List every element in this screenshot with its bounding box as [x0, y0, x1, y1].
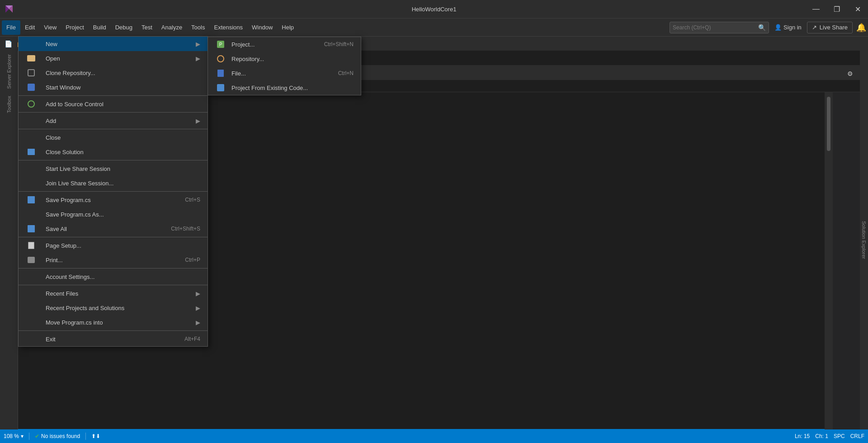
status-zoom[interactable]: 108 % ▾ [4, 433, 24, 439]
menu-window[interactable]: Window [247, 20, 277, 35]
maximize-button[interactable]: ❐ [826, 0, 847, 18]
new-project-from-code-item[interactable]: Project From Existing Code... [208, 80, 361, 95]
file-live-share-label: Start Live Share Session [46, 165, 110, 172]
server-explorer-label[interactable]: Server Explorer [6, 51, 12, 92]
project-icon: P [212, 41, 229, 48]
sep-8 [19, 285, 208, 285]
file-move-program-item[interactable]: Move Program.cs into ▶ [19, 315, 208, 330]
file-close-label: Close [46, 134, 61, 141]
file-close-item[interactable]: Close [19, 130, 208, 145]
menu-extensions[interactable]: Extensions [209, 20, 247, 35]
scrollbar-thumb[interactable] [827, 97, 830, 151]
menu-debug[interactable]: Debug [111, 20, 137, 35]
live-share-button[interactable]: ↗ Live Share [807, 22, 853, 33]
file-recent-projects-item[interactable]: Recent Projects and Solutions ▶ [19, 301, 208, 315]
file-live-share-item[interactable]: Start Live Share Session [19, 161, 208, 176]
new-project-item[interactable]: P Project... Ctrl+Shift+N [208, 37, 361, 52]
zoom-label: 108 % [4, 433, 19, 439]
file-account-settings-item[interactable]: Account Settings... [19, 269, 208, 284]
file-close-solution-item[interactable]: Close Solution [19, 145, 208, 159]
menu-file[interactable]: File [2, 20, 20, 35]
new-file-toolbar-btn[interactable]: 📄 [2, 38, 14, 50]
new-project-label: Project... [231, 41, 255, 48]
menu-tools[interactable]: Tools [187, 20, 209, 35]
minimize-button[interactable]: — [806, 0, 826, 18]
new-project-from-code-label: Project From Existing Code... [231, 85, 308, 91]
sign-in-label[interactable]: Sign in [783, 24, 802, 31]
sep-6 [19, 237, 208, 237]
person-icon: 👤 [774, 24, 782, 31]
file-move-program-label: Move Program.cs into [46, 319, 103, 326]
open-icon [23, 55, 39, 61]
search-input[interactable] [673, 24, 756, 31]
notifications-icon[interactable]: 🔔 [856, 23, 866, 33]
live-share-icon: ↗ [812, 24, 817, 31]
menu-analyze[interactable]: Analyze [157, 20, 187, 35]
file-recent-projects-label: Recent Projects and Solutions [46, 305, 124, 311]
sep-4 [19, 160, 208, 160]
file-source-control-item[interactable]: Add to Source Control [19, 97, 208, 111]
save-shortcut: Ctrl+S [185, 197, 200, 203]
file-open-item[interactable]: Open ▶ [19, 51, 208, 66]
file-page-setup-label: Page Setup... [46, 242, 81, 249]
status-right: Ln: 15 Ch: 1 SPC CRLF [795, 433, 864, 439]
file-open-label: Open [46, 55, 60, 62]
file-save-as-label: Save Program.cs As... [46, 211, 104, 218]
toolbox-label[interactable]: Toolbox [6, 92, 12, 117]
editor-scrollbar[interactable] [825, 92, 833, 429]
solution-explorer-sidebar[interactable]: Solution Explorer [860, 51, 868, 429]
title-bar: HelloWorldCore1 — ❐ ✕ [0, 0, 868, 18]
pagesetup-icon [23, 242, 39, 249]
file-new-item[interactable]: New ▶ [19, 37, 208, 51]
file-clone-item[interactable]: Clone Repository... [19, 66, 208, 80]
sep-2 [19, 112, 208, 113]
recentfiles-arrow-icon: ▶ [196, 290, 200, 297]
new-submenu: P Project... Ctrl+Shift+N Repository... … [208, 37, 361, 95]
file-save-program-item[interactable]: Save Program.cs Ctrl+S [19, 193, 208, 207]
new-file-label: File... [231, 70, 246, 77]
menu-view[interactable]: View [39, 20, 61, 35]
recentprojects-arrow-icon: ▶ [196, 305, 200, 311]
search-icon: 🔍 [758, 24, 766, 31]
file-add-label: Add [46, 118, 56, 124]
sep-1 [19, 95, 208, 96]
close-button[interactable]: ✕ [847, 0, 868, 18]
zoom-dropdown-icon: ▾ [21, 433, 24, 439]
minimap [833, 92, 860, 429]
file-join-live-share-item[interactable]: Join Live Share Session... [19, 176, 208, 190]
menu-build[interactable]: Build [89, 20, 111, 35]
file-print-item[interactable]: Print... Ctrl+P [19, 253, 208, 267]
file-page-setup-item[interactable]: Page Setup... [19, 238, 208, 253]
file-startwin-item[interactable]: Start Window [19, 80, 208, 94]
startwin-icon [23, 84, 39, 91]
source-control-icon: ⬆⬇ [91, 433, 100, 439]
crlf-label: CRLF [850, 433, 864, 439]
file-recent-files-item[interactable]: Recent Files ▶ [19, 286, 208, 301]
menu-help[interactable]: Help [277, 20, 298, 35]
file-exit-item[interactable]: Exit Alt+F4 [19, 332, 208, 346]
file-account-settings-label: Account Settings... [46, 273, 94, 280]
menu-edit[interactable]: Edit [20, 20, 39, 35]
tab-settings-icon[interactable]: ⚙ [844, 67, 856, 80]
clone-icon [23, 69, 39, 76]
sep-5 [19, 191, 208, 192]
status-arrows[interactable]: ⬆⬇ [91, 433, 100, 439]
file-save-as-item[interactable]: Save Program.cs As... [19, 207, 208, 222]
menu-test[interactable]: Test [137, 20, 157, 35]
new-repository-item[interactable]: Repository... [208, 52, 361, 66]
file-save-all-item[interactable]: Save All Ctrl+Shift+S [19, 222, 208, 236]
file-add-item[interactable]: Add ▶ [19, 113, 208, 128]
saveall-icon [23, 225, 39, 232]
new-arrow-icon: ▶ [196, 41, 200, 47]
menu-project[interactable]: Project [61, 20, 88, 35]
status-no-issues[interactable]: ✔ No issues found [35, 433, 80, 439]
file-print-label: Print... [46, 257, 63, 264]
ch-label: Ch: 1 [815, 433, 828, 439]
file-clone-label: Clone Repository... [46, 70, 95, 76]
new-file-item[interactable]: File... Ctrl+N [208, 66, 361, 80]
ln-label: Ln: 15 [795, 433, 810, 439]
file-new-label: New [46, 41, 57, 47]
projcode-icon [212, 84, 229, 91]
status-bar: 108 % ▾ ✔ No issues found ⬆⬇ Ln: 15 Ch: … [0, 429, 868, 443]
file-menu-dropdown: New ▶ Open ▶ Clone Repository... Start W… [18, 36, 208, 347]
